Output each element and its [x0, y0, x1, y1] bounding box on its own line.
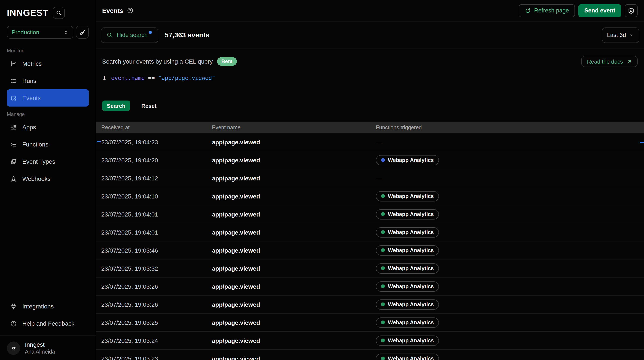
table-row[interactable]: 23/07/2025, 19:03:46app/page.viewedWebap…: [96, 241, 644, 259]
event-types-icon: [10, 158, 17, 165]
inngest-logo: INNGEST: [7, 8, 48, 18]
function-badge[interactable]: Webapp Analytics: [376, 191, 439, 201]
function-badge-label: Webapp Analytics: [388, 319, 434, 325]
functions-cell: Webapp Analytics: [371, 227, 644, 237]
received-at-cell: 23/07/2025, 19:03:32: [96, 265, 207, 272]
send-event-label: Send event: [584, 7, 615, 14]
functions-cell: Webapp Analytics: [371, 263, 644, 273]
status-dot-icon: [381, 356, 385, 360]
user-info: Inngest Ana Almeida: [25, 341, 55, 355]
functions-cell: Webapp Analytics: [371, 281, 644, 291]
sidebar-nav: MonitorMetricsRunsEventsManageAppsFuncti…: [0, 43, 96, 187]
event-name-cell: app/page.viewed: [207, 229, 371, 236]
events-toolbar: Hide search 57,363 events Last 3d: [96, 22, 644, 49]
read-docs-button[interactable]: Read the docs: [581, 56, 638, 67]
sidebar-item-metrics[interactable]: Metrics: [7, 55, 89, 72]
function-badge[interactable]: Webapp Analytics: [376, 155, 439, 165]
help-icon: [10, 320, 17, 327]
sidebar-item-label: Apps: [22, 124, 36, 131]
time-range-selector[interactable]: Last 3d: [602, 27, 639, 43]
functions-icon: [10, 141, 17, 147]
editor-overview-mark-left: [97, 141, 101, 142]
table-row[interactable]: 23/07/2025, 19:03:23app/page.viewedWebap…: [96, 350, 644, 360]
avatar: [7, 341, 20, 355]
event-name-cell: app/page.viewed: [207, 211, 371, 218]
sidebar-item-label: Functions: [22, 141, 48, 148]
environment-selector[interactable]: Production: [7, 26, 73, 39]
help-circle-icon[interactable]: [127, 7, 134, 14]
function-badge-label: Webapp Analytics: [388, 247, 434, 253]
table-row[interactable]: 23/07/2025, 19:03:26app/page.viewedWebap…: [96, 278, 644, 296]
received-at-cell: 23/07/2025, 19:03:26: [96, 301, 207, 308]
received-at-cell: 23/07/2025, 19:03:26: [96, 283, 207, 290]
table-row[interactable]: 23/07/2025, 19:04:12app/page.viewed—: [96, 169, 644, 187]
event-keys-button[interactable]: [76, 26, 89, 39]
nav-section-label: Monitor: [0, 43, 96, 55]
table-row[interactable]: 23/07/2025, 19:04:01app/page.viewedWebap…: [96, 223, 644, 241]
reset-button[interactable]: Reset: [141, 102, 156, 109]
no-functions-placeholder: —: [376, 175, 382, 182]
function-badge-label: Webapp Analytics: [388, 301, 434, 307]
send-event-button[interactable]: Send event: [578, 4, 621, 17]
page-header-actions: Refresh page Send event: [519, 4, 638, 17]
event-types-icon: [10, 158, 17, 165]
sidebar-footer-nav: IntegrationsHelp and Feedback: [0, 298, 96, 332]
events-table: Received atEvent nameFunctions triggered…: [96, 122, 644, 360]
read-docs-label: Read the docs: [587, 58, 623, 65]
key-icon: [79, 29, 86, 36]
function-badge[interactable]: Webapp Analytics: [376, 281, 439, 291]
sidebar: INNGEST Production MonitorMetricsRunsEve…: [0, 0, 96, 360]
function-badge-label: Webapp Analytics: [388, 337, 434, 343]
function-badge[interactable]: Webapp Analytics: [376, 299, 439, 309]
received-at-cell: 23/07/2025, 19:04:20: [96, 156, 207, 163]
main-content: Events Refresh page Send event: [96, 0, 644, 360]
settings-button[interactable]: [625, 4, 638, 17]
function-badge[interactable]: Webapp Analytics: [376, 353, 439, 360]
sidebar-item-integrations[interactable]: Integrations: [7, 298, 89, 315]
sidebar-item-label: Event Types: [22, 158, 55, 165]
search-button[interactable]: Search: [102, 101, 130, 111]
function-badge[interactable]: Webapp Analytics: [376, 263, 439, 273]
event-name-cell: app/page.viewed: [207, 337, 371, 344]
table-row[interactable]: 23/07/2025, 19:04:23app/page.viewed—: [96, 133, 644, 151]
function-badge[interactable]: Webapp Analytics: [376, 335, 439, 346]
no-functions-placeholder: —: [376, 138, 382, 145]
sidebar-item-event-types[interactable]: Event Types: [7, 153, 89, 170]
webhooks-icon: [10, 175, 17, 182]
runs-icon: [10, 78, 17, 84]
table-row[interactable]: 23/07/2025, 19:03:26app/page.viewedWebap…: [96, 296, 644, 314]
function-badge[interactable]: Webapp Analytics: [376, 209, 439, 219]
table-row[interactable]: 23/07/2025, 19:04:01app/page.viewedWebap…: [96, 205, 644, 223]
function-badge[interactable]: Webapp Analytics: [376, 245, 439, 255]
sidebar-item-functions[interactable]: Functions: [7, 136, 89, 153]
table-row[interactable]: 23/07/2025, 19:04:20app/page.viewedWebap…: [96, 151, 644, 169]
function-badge-label: Webapp Analytics: [388, 229, 434, 235]
event-name-cell: app/page.viewed: [207, 193, 371, 200]
status-dot-icon: [381, 230, 385, 234]
hide-search-button[interactable]: Hide search: [101, 27, 158, 43]
status-dot-icon: [381, 320, 385, 324]
sidebar-item-apps[interactable]: Apps: [7, 119, 89, 136]
sidebar-item-runs[interactable]: Runs: [7, 72, 89, 89]
time-range-value: Last 3d: [607, 32, 626, 38]
function-badge[interactable]: Webapp Analytics: [376, 317, 439, 327]
sidebar-item-events[interactable]: Events: [7, 89, 89, 107]
function-badge[interactable]: Webapp Analytics: [376, 227, 439, 237]
status-dot-icon: [381, 194, 385, 198]
table-row[interactable]: 23/07/2025, 19:03:32app/page.viewedWebap…: [96, 259, 644, 278]
events-table-body: 23/07/2025, 19:04:23app/page.viewed—23/0…: [96, 133, 644, 360]
table-row[interactable]: 23/07/2025, 19:03:24app/page.viewedWebap…: [96, 332, 644, 350]
sidebar-item-webhooks[interactable]: Webhooks: [7, 170, 89, 187]
cel-query-editor[interactable]: 1 event.name == "app/page.viewed": [96, 74, 644, 96]
notification-dot-icon: [149, 31, 152, 34]
sidebar-item-label: Metrics: [22, 60, 42, 67]
refresh-page-button[interactable]: Refresh page: [519, 4, 575, 17]
table-row[interactable]: 23/07/2025, 19:04:10app/page.viewedWebap…: [96, 187, 644, 205]
sidebar-search-button[interactable]: [53, 7, 65, 19]
table-row[interactable]: 23/07/2025, 19:03:25app/page.viewedWebap…: [96, 314, 644, 332]
user-account-row[interactable]: Inngest Ana Almeida: [0, 335, 96, 360]
inngest-mark-icon: [10, 344, 17, 352]
sidebar-item-label: Help and Feedback: [22, 320, 74, 327]
refresh-page-label: Refresh page: [534, 7, 569, 14]
sidebar-item-help-and-feedback[interactable]: Help and Feedback: [7, 315, 89, 332]
